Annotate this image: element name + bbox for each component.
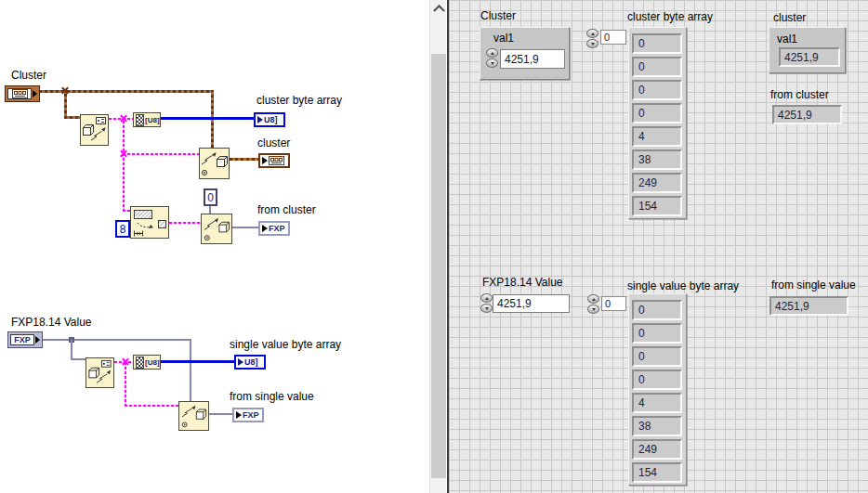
array-element: 0 [632,300,682,320]
bd-from-single-value-label: from single value [230,390,314,403]
wire-subset-out [169,222,201,224]
string-to-byte-array-node-1[interactable]: [U8] [133,112,161,127]
cluster-element-label: val1 [493,32,514,45]
fp-from-single-value-label: from single value [771,279,856,292]
decrement-button[interactable] [587,305,599,314]
unflatten-from-string-node-1[interactable] [199,148,230,179]
array-element: 4 [632,126,682,147]
wire-fxp-branch-down [71,339,72,360]
array-element: 4 [632,393,682,413]
single-byte-array-index-spinner[interactable] [587,294,599,314]
terminal-direction-arrow-icon [262,225,268,232]
vertical-scrollbar[interactable] [429,0,446,493]
block-diagram-panel: Cluster cluster byte array cluster from … [0,0,429,493]
wire-byte-array-1 [161,117,254,120]
terminal-direction-arrow-icon [33,90,37,97]
wire-from-cluster-out [232,227,258,228]
bd-from-cluster-label: from cluster [257,203,316,216]
from-single-value-field: 4251,9 [769,296,848,316]
string-to-byte-array-node-2[interactable]: [U8] [133,355,161,370]
cluster-value-spinner[interactable] [486,48,498,68]
fxp-value-field[interactable]: 4251,9 [493,294,570,313]
increment-button[interactable] [486,48,498,58]
wire-string-to-unflatten3 [125,405,178,407]
cluster-control-container: val1 4251,9 [480,27,570,80]
cluster-byte-array-terminal[interactable]: U8] [254,112,285,127]
labview-workspace: Cluster cluster byte array cluster from … [0,0,868,493]
increment-button[interactable] [480,293,493,303]
cluster-control-terminal[interactable] [5,85,40,102]
cluster-byte-array-container: 0 0 0 0 4 38 249 154 [628,27,687,219]
fxp-value-spinner[interactable] [480,293,493,313]
single-value-byte-array-terminal[interactable]: U8] [234,355,266,370]
arrow-up-icon [491,50,494,55]
unflatten-from-string-icon [179,402,208,430]
array-element: 38 [632,416,682,436]
cluster-byte-array-index-field[interactable]: 0 [600,30,626,45]
array-element: 0 [632,103,682,123]
terminal-direction-arrow-icon [257,116,263,123]
wire-junction-string-1 [120,115,126,122]
increment-button[interactable] [587,294,599,304]
increment-button[interactable] [586,29,598,38]
unflatten-from-string-icon [202,214,231,243]
terminal-direction-arrow-icon [35,336,40,344]
bd-fxp-control-label: FXP18.14 Value [11,316,92,329]
array-element: 0 [632,346,682,367]
terminal-direction-arrow-icon [238,358,243,366]
wire-fxp-type-to-unflatten [190,339,191,401]
arrow-up-icon [591,31,595,35]
offset-constant[interactable]: 0 [204,188,217,206]
wire-cluster-branch-down [64,90,67,119]
wire-junction-brown [61,87,68,94]
bd-cluster-control-label: Cluster [11,69,46,82]
scrollbar-thumb[interactable] [431,54,447,478]
array-element: 38 [632,149,682,170]
wire-junction-string-2 [120,150,126,157]
cluster-element-label: val1 [777,32,797,45]
string-glyph-icon [136,114,144,126]
unflatten-from-string-node-3[interactable] [178,401,209,431]
array-element: 154 [632,196,682,216]
wire-string-to-unflatten1 [123,153,200,155]
string-subset-icon [131,207,168,238]
fp-cluster-byte-array-label: cluster byte array [627,10,713,23]
bd-cluster-indicator-label: cluster [257,136,290,149]
u8-glyph: [U8] [145,116,160,124]
decrement-button[interactable] [586,39,598,48]
cluster-indicator-container: val1 4251,9 [769,27,846,73]
array-element: 0 [632,33,682,54]
fxp-terminal-text: FXP [243,410,259,420]
string-subset-node[interactable] [130,206,169,239]
scrollbar-up-button[interactable] [430,0,447,16]
array-element: 0 [632,57,682,77]
arrow-down-icon [491,62,494,67]
decrement-button[interactable] [486,58,498,68]
cluster-indicator-terminal[interactable] [258,153,290,168]
cluster-byte-array-index-spinner[interactable] [586,29,598,48]
terminal-direction-arrow-icon [262,157,268,164]
from-cluster-value-field: 4251,9 [772,105,842,124]
front-panel: Cluster val1 4251,9 cluster byte array 0… [449,0,868,493]
u8-glyph: [U8] [145,358,160,367]
cluster-value-field[interactable]: 4251,9 [500,49,565,69]
decrement-button[interactable] [480,304,493,313]
arrow-down-icon [591,43,595,47]
fp-from-cluster-label: from cluster [770,88,829,101]
fxp-control-terminal[interactable]: FXP [7,331,43,348]
flatten-to-string-node-1[interactable] [80,114,109,146]
single-byte-array-index-field[interactable]: 0 [601,296,626,311]
arrow-down-icon [592,308,596,313]
string-glyph-icon [136,357,144,369]
wire-string-branch-2 [125,361,126,407]
from-single-value-terminal[interactable]: FXP [232,408,264,422]
from-cluster-terminal[interactable]: FXP [258,221,290,236]
array-element: 154 [632,462,682,483]
wire-byte-array-2 [161,360,234,363]
u8-terminal-text: U8] [244,357,258,367]
byte-width-constant[interactable]: 8 [115,220,130,238]
bd-cluster-byte-array-label: cluster byte array [256,94,342,107]
flatten-to-string-node-2[interactable] [85,357,114,388]
flatten-to-string-icon [81,115,108,145]
unflatten-from-string-node-2[interactable] [201,214,232,244]
